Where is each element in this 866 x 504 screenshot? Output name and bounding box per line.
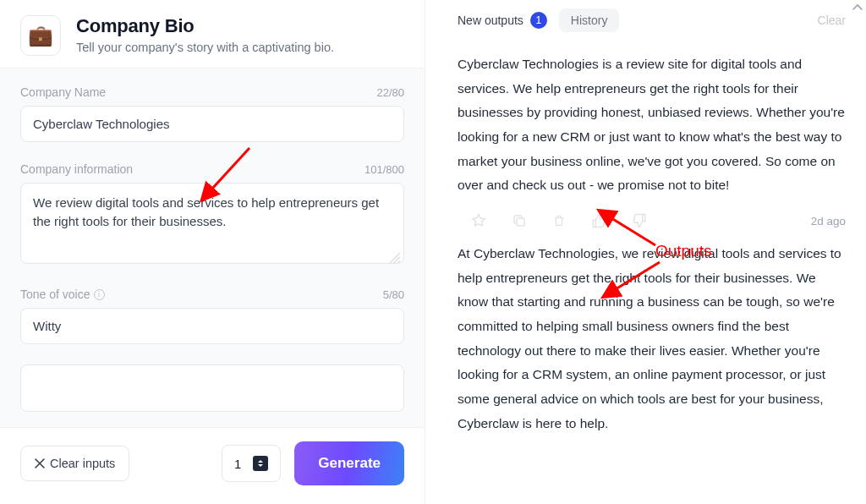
page-subtitle: Tell your company's story with a captiva… (76, 41, 334, 54)
company-info-label: Company information (20, 162, 133, 176)
chevron-up-icon[interactable] (852, 3, 863, 14)
clear-inputs-button[interactable]: Clear inputs (20, 446, 129, 481)
field-company-name: Company Name 22/80 (20, 85, 404, 142)
output-timestamp: 2d ago (811, 215, 846, 227)
clear-inputs-label: Clear inputs (50, 457, 115, 470)
clear-outputs-button[interactable]: Clear (818, 14, 846, 27)
field-tone: Tone of voice i 5/80 (20, 288, 404, 344)
tone-count: 5/80 (383, 288, 404, 301)
output-count-stepper[interactable]: 1 (222, 445, 281, 482)
new-outputs-label: New outputs (458, 14, 523, 27)
company-name-input[interactable] (20, 106, 404, 142)
additional-field[interactable] (20, 364, 404, 412)
company-name-count: 22/80 (376, 86, 404, 99)
page-title: Company Bio (76, 15, 334, 37)
output-actions: 2d ago (458, 198, 849, 232)
output-item[interactable]: Cyberclaw Technologies is a review site … (458, 52, 849, 198)
tab-history[interactable]: History (559, 8, 620, 32)
company-info-textarea[interactable] (20, 183, 404, 264)
tone-label: Tone of voice i (20, 288, 105, 301)
output-count-value: 1 (234, 457, 241, 471)
copy-icon[interactable] (512, 213, 527, 228)
close-icon (35, 458, 45, 468)
thumbs-down-icon[interactable] (632, 213, 647, 228)
delete-icon[interactable] (552, 213, 566, 228)
briefcase-icon: 💼 (20, 15, 61, 56)
annotation-label: Outputs (655, 242, 712, 260)
outputs-list: Cyberclaw Technologies is a review site … (425, 42, 866, 452)
company-name-label: Company Name (20, 85, 106, 99)
bottom-bar: Clear inputs 1 Generate (0, 427, 425, 504)
left-panel: 💼 Company Bio Tell your company's story … (0, 0, 425, 504)
header: 💼 Company Bio Tell your company's story … (0, 0, 425, 68)
right-panel: New outputs 1 History Clear Cyberclaw Te… (425, 0, 866, 504)
output-item[interactable]: At Cyberclaw Technologies, we review dig… (458, 242, 849, 436)
generate-button[interactable]: Generate (294, 441, 404, 485)
new-outputs-badge: 1 (530, 12, 547, 29)
tab-new-outputs[interactable]: New outputs 1 (458, 12, 547, 29)
stepper-icon[interactable] (253, 456, 268, 471)
svg-rect-0 (517, 218, 524, 226)
field-company-info: Company information 101/800 (20, 162, 404, 267)
outputs-header: New outputs 1 History Clear (425, 0, 866, 42)
info-icon[interactable]: i (94, 289, 105, 300)
star-icon[interactable] (471, 213, 486, 228)
thumbs-up-icon[interactable] (591, 213, 606, 228)
company-info-count: 101/800 (364, 163, 404, 176)
tone-input[interactable] (20, 308, 404, 344)
